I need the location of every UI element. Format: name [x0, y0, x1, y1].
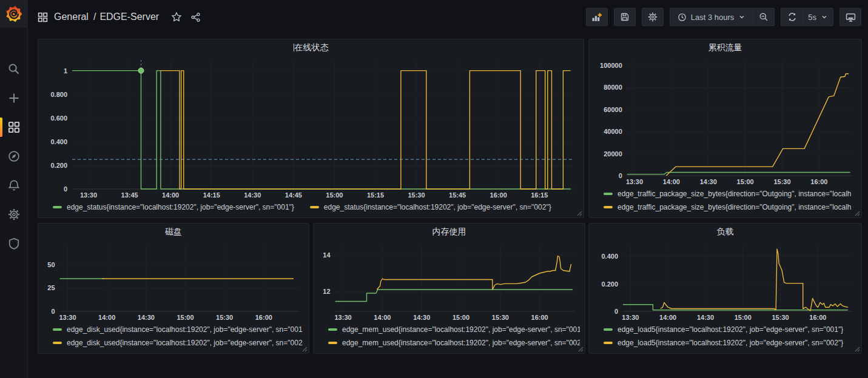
svg-text:0.200: 0.200 — [50, 162, 67, 169]
legend-item[interactable]: edge_mem_used{instance="localhost:19202"… — [328, 325, 580, 334]
text-cursor — [294, 44, 294, 51]
sidebar-item-search[interactable] — [0, 55, 27, 84]
legend-item[interactable]: edge_status{instance="localhost:19202", … — [53, 203, 294, 211]
svg-text:14:30: 14:30 — [138, 314, 155, 321]
timeseries-chart[interactable]: 13:3014:0014:3015:0015:3016:000200004000… — [594, 55, 856, 187]
svg-text:100000: 100000 — [600, 62, 622, 69]
search-icon — [8, 63, 20, 75]
svg-text:14:30: 14:30 — [700, 178, 717, 185]
svg-text:16:00: 16:00 — [809, 314, 826, 321]
svg-text:0: 0 — [619, 172, 622, 179]
panel-resize-handle[interactable] — [577, 211, 582, 216]
svg-text:60000: 60000 — [604, 106, 622, 113]
panel-resize-handle[interactable] — [855, 346, 860, 352]
panel-title[interactable]: 磁盘 — [43, 224, 304, 239]
sidebar-item-server-admin[interactable] — [0, 229, 27, 258]
breadcrumb-dashboard-title[interactable]: EDGE-Server — [99, 12, 159, 22]
timeseries-chart[interactable]: 13:3014:0014:3015:0015:3016:001214 — [318, 239, 580, 323]
zoom-out-time-button[interactable] — [753, 8, 775, 26]
legend-item[interactable]: edge_mem_used{instance="localhost:19202"… — [328, 339, 580, 347]
timeseries-chart[interactable]: 13:3013:4514:0014:1514:3014:4515:0015:15… — [43, 55, 579, 201]
panel-resize-handle[interactable] — [302, 346, 308, 352]
sidebar-item-dashboards[interactable] — [0, 113, 27, 142]
svg-text:14: 14 — [323, 251, 331, 259]
svg-text:0: 0 — [51, 308, 55, 315]
panel-title[interactable]: 累积流量 — [594, 39, 856, 55]
series-color-swatch — [604, 193, 613, 195]
svg-text:15:30: 15:30 — [216, 314, 233, 321]
svg-text:15:30: 15:30 — [772, 314, 789, 321]
sidebar-item-configuration[interactable] — [0, 200, 27, 229]
legend-item[interactable]: edge_traffic_package_size_bytes{directio… — [604, 190, 851, 198]
legend-item[interactable]: edge_load5{instance="localhost:19202", j… — [604, 339, 843, 347]
panel-online-status: 在线状态 13:3013:4514:0014:1514:3014:4515:00… — [38, 39, 584, 218]
legend-item[interactable]: edge_load5{instance="localhost:19202", j… — [604, 325, 843, 334]
legend-item[interactable]: edge_disk_used{instance="localhost:19202… — [53, 325, 303, 334]
dashboard-settings-button[interactable] — [642, 8, 664, 26]
panel-resize-handle[interactable] — [578, 346, 584, 352]
main-area: General / EDGE-Server — [28, 0, 868, 378]
shield-icon — [8, 237, 20, 250]
legend-label: edge_traffic_package_size_bytes{directio… — [617, 203, 851, 211]
svg-text:14:45: 14:45 — [285, 191, 302, 199]
panel-title[interactable]: 内存使用 — [318, 224, 580, 239]
breadcrumb-separator: / — [93, 12, 96, 22]
sidebar-item-explore[interactable] — [0, 142, 27, 171]
svg-text:16:15: 16:15 — [531, 191, 548, 199]
panel-title[interactable]: 在线状态 — [43, 39, 579, 55]
series-color-swatch — [604, 328, 613, 331]
grafana-app: General / EDGE-Server — [0, 0, 868, 378]
legend-item[interactable]: edge_traffic_package_size_bytes{directio… — [604, 203, 851, 211]
add-panel-icon — [591, 12, 602, 22]
svg-text:14:00: 14:00 — [374, 314, 391, 321]
svg-text:15:30: 15:30 — [408, 191, 425, 199]
add-panel-button[interactable] — [586, 8, 608, 26]
svg-text:15:30: 15:30 — [492, 314, 509, 321]
legend-item[interactable]: edge_status{instance="localhost:19202", … — [310, 203, 551, 211]
svg-text:13:30: 13:30 — [622, 314, 639, 321]
panel-disk: 磁盘 13:3014:0014:3015:0015:3016:0002550 e… — [38, 223, 309, 354]
timeseries-chart[interactable]: 13:3014:0014:3015:0015:3016:0002550 — [43, 239, 304, 323]
bell-icon — [8, 179, 20, 191]
star-dashboard-button[interactable] — [171, 12, 182, 22]
legend-label: edge_status{instance="localhost:19202", … — [324, 203, 551, 211]
sidebar-item-create[interactable] — [0, 84, 27, 113]
refresh-interval-label: 5s — [808, 13, 816, 22]
legend: edge_load5{instance="localhost:19202", j… — [594, 323, 856, 350]
refresh-interval-picker[interactable]: 5s — [802, 8, 833, 26]
svg-text:13:30: 13:30 — [334, 314, 351, 321]
grafana-logo[interactable] — [0, 0, 28, 28]
svg-text:13:45: 13:45 — [121, 191, 138, 199]
svg-text:0.400: 0.400 — [50, 138, 67, 145]
svg-text:0: 0 — [614, 308, 618, 315]
gear-icon — [648, 12, 658, 22]
panel-resize-handle[interactable] — [855, 211, 860, 216]
svg-text:14:30: 14:30 — [244, 191, 261, 199]
svg-text:0.200: 0.200 — [601, 280, 618, 288]
svg-text:13:30: 13:30 — [59, 314, 76, 321]
save-dashboard-button[interactable] — [614, 8, 636, 26]
svg-text:16:00: 16:00 — [255, 314, 272, 321]
svg-text:14:30: 14:30 — [697, 314, 714, 321]
svg-text:12: 12 — [323, 288, 330, 295]
panel-title[interactable]: 负载 — [594, 224, 856, 239]
breadcrumb-folder[interactable]: General — [54, 12, 89, 22]
timeseries-chart[interactable]: 13:3014:0014:3015:0015:3016:0000.2000.40… — [594, 239, 856, 323]
refresh-button[interactable] — [781, 8, 802, 26]
time-range-picker[interactable]: Last 3 hours — [670, 8, 753, 26]
cycle-view-mode-button[interactable] — [839, 8, 861, 26]
sidebar-item-alerting[interactable] — [0, 171, 27, 200]
dashboard-toolbar: Last 3 hours — [586, 8, 861, 26]
star-icon — [171, 12, 182, 22]
svg-text:15:15: 15:15 — [367, 191, 384, 199]
panel-load: 负载 13:3014:0014:3015:0015:3016:0000.2000… — [588, 223, 862, 354]
svg-text:15:00: 15:00 — [735, 314, 752, 321]
svg-text:14:00: 14:00 — [98, 314, 115, 321]
series-color-swatch — [53, 206, 62, 208]
legend-item[interactable]: edge_disk_used{instance="localhost:19202… — [53, 339, 303, 347]
share-dashboard-button[interactable] — [190, 12, 201, 22]
svg-text:14:15: 14:15 — [203, 191, 220, 199]
plus-icon — [8, 92, 20, 104]
legend: edge_traffic_package_size_bytes{directio… — [594, 187, 856, 214]
top-nav: General / EDGE-Server — [28, 0, 868, 34]
